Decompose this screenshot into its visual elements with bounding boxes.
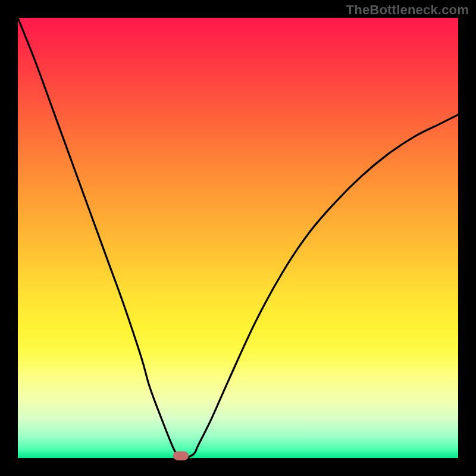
watermark-label: TheBottleneck.com [346, 2, 469, 18]
curve-svg [18, 18, 458, 458]
bottleneck-curve [18, 18, 458, 458]
optimal-point-marker [173, 452, 189, 461]
chart-frame: TheBottleneck.com [0, 0, 476, 476]
plot-area [18, 18, 458, 458]
